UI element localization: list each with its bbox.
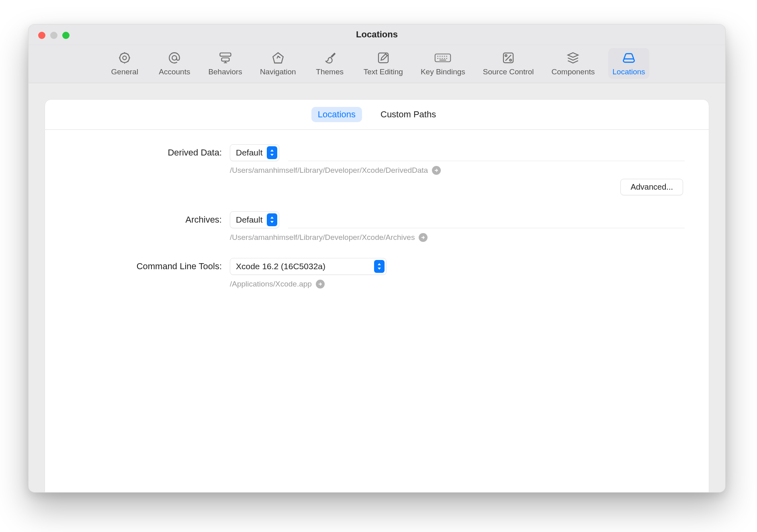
derived-data-path: /Users/amanhimself/Library/Developer/Xco… [230,166,428,175]
zoom-window-button[interactable] [62,32,70,39]
tab-source-control[interactable]: Source Control [479,48,538,79]
tab-themes[interactable]: Themes [310,48,350,79]
navigation-icon [271,51,285,65]
subtab-locations[interactable]: Locations [311,107,362,122]
stack-icon [566,51,580,65]
source-control-icon [501,51,515,65]
svg-rect-4 [221,58,229,61]
command-line-tools-popup[interactable]: Xcode 16.2 (16C5032a) [230,258,387,275]
subtabs: Locations Custom Paths [45,100,709,130]
subtab-custom-paths[interactable]: Custom Paths [374,107,442,122]
tab-locations[interactable]: Locations [608,48,649,79]
popup-arrows-icon [267,213,277,226]
gear-icon [118,51,131,65]
command-line-tools-label: Command Line Tools: [69,258,222,272]
titlebar: Locations [29,25,725,45]
svg-point-8 [505,55,507,57]
tab-behaviors[interactable]: Behaviors [204,48,246,79]
reveal-archives-button[interactable] [419,233,428,242]
svg-rect-10 [623,59,634,62]
derived-data-label: Derived Data: [69,144,222,158]
disk-icon [621,51,636,65]
keyboard-icon [434,51,452,65]
svg-rect-3 [220,53,231,56]
derived-data-row: Derived Data: Default [69,144,685,195]
archives-row: Archives: Default /Use [69,211,685,242]
reveal-derived-data-button[interactable] [432,166,441,175]
archives-label: Archives: [69,211,222,225]
behaviors-icon [218,51,233,65]
preferences-window: Locations General [28,24,726,493]
edit-square-icon [376,51,390,65]
command-line-tools-row: Command Line Tools: Xcode 16.2 (16C5032a… [69,258,685,289]
svg-point-0 [123,56,127,59]
at-sign-icon [168,51,181,65]
locations-panel: Locations Custom Paths Derived Data: Def… [45,99,709,493]
svg-point-9 [510,59,512,61]
svg-rect-6 [435,54,451,61]
reveal-clt-button[interactable] [316,280,325,289]
tab-general[interactable]: General [104,48,145,79]
archives-path: /Users/amanhimself/Library/Developer/Xco… [230,233,415,242]
tab-accounts[interactable]: Accounts [154,48,194,79]
tab-key-bindings[interactable]: Key Bindings [417,48,469,79]
traffic-lights [38,32,70,39]
close-window-button[interactable] [38,32,45,39]
tab-text-editing[interactable]: Text Editing [360,48,407,79]
command-line-tools-path: /Applications/Xcode.app [230,280,312,289]
popup-arrows-icon [374,260,385,273]
derived-data-path-field [288,145,685,161]
paintbrush-icon [323,51,337,65]
tab-navigation[interactable]: Navigation [256,48,300,79]
derived-data-popup[interactable]: Default [230,144,279,161]
archives-path-field [288,212,685,228]
window-title: Locations [356,29,398,40]
svg-point-2 [172,55,177,60]
preferences-toolbar: General Accounts [29,45,725,83]
minimize-window-button[interactable] [50,32,57,39]
archives-popup[interactable]: Default [230,211,279,228]
tab-components[interactable]: Components [548,48,599,79]
advanced-button[interactable]: Advanced... [620,179,683,195]
popup-arrows-icon [267,146,277,159]
svg-point-1 [120,53,130,63]
